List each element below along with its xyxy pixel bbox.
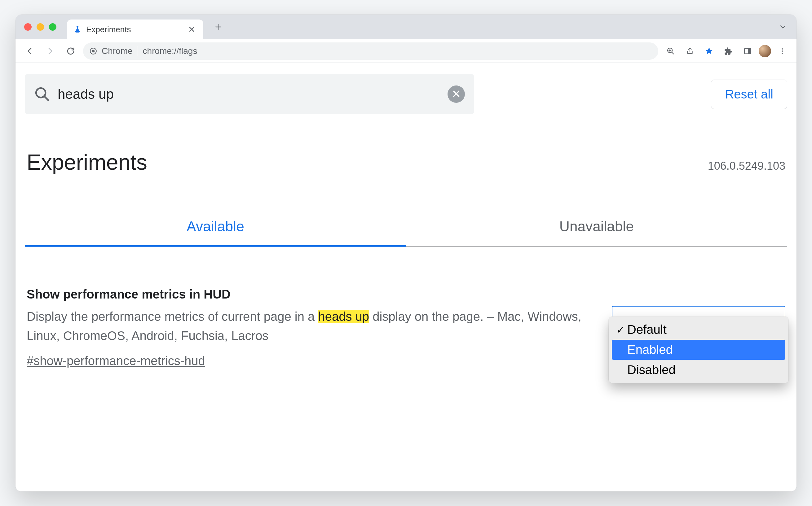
flask-icon	[73, 25, 82, 34]
tab-strip: Experiments ✕	[15, 14, 797, 39]
option-disabled[interactable]: Disabled	[612, 360, 785, 380]
tab-unavailable[interactable]: Unavailable	[406, 218, 787, 247]
toolbar: Chrome chrome://flags	[15, 39, 797, 63]
site-info-icon[interactable]	[89, 47, 97, 55]
flag-desc-highlight: heads up	[318, 310, 369, 323]
fullscreen-window-button[interactable]	[49, 23, 56, 31]
forward-button[interactable]	[42, 43, 58, 59]
search-row: ✕ Reset all	[25, 72, 787, 122]
browser-window: Experiments ✕ Chrome chrome://flags	[15, 14, 797, 492]
tabs-row: Available Unavailable	[25, 218, 787, 247]
search-icon	[34, 86, 50, 102]
option-enabled[interactable]: Enabled	[612, 340, 785, 360]
flag-description: Display the performance metrics of curre…	[27, 307, 599, 345]
svg-point-6	[782, 51, 783, 52]
flag-anchor-link[interactable]: #show-performance-metrics-hud	[27, 354, 205, 368]
extensions-icon[interactable]	[720, 43, 736, 59]
omnibox-url: chrome://flags	[143, 46, 198, 56]
svg-point-7	[782, 53, 783, 54]
new-tab-button[interactable]	[211, 19, 226, 34]
tab-available[interactable]: Available	[25, 218, 406, 247]
omnibox[interactable]: Chrome chrome://flags	[83, 43, 658, 60]
page-content: ✕ Reset all Experiments 106.0.5249.103 A…	[15, 63, 797, 492]
clear-search-icon[interactable]: ✕	[448, 85, 465, 103]
tab-title: Experiments	[86, 25, 182, 34]
kebab-menu-icon[interactable]	[774, 43, 790, 59]
back-button[interactable]	[22, 43, 38, 59]
minimize-window-button[interactable]	[36, 23, 44, 31]
toolbar-actions	[663, 43, 790, 59]
chrome-version: 106.0.5249.103	[708, 160, 785, 172]
option-default[interactable]: Default	[612, 320, 785, 340]
flag-desc-before: Display the performance metrics of curre…	[27, 310, 318, 323]
flags-searchbox[interactable]: ✕	[25, 74, 474, 114]
zoom-icon[interactable]	[663, 43, 679, 59]
header-row: Experiments 106.0.5249.103	[25, 150, 787, 175]
reload-button[interactable]	[63, 43, 79, 59]
share-icon[interactable]	[682, 43, 698, 59]
flag-item: Show performance metrics in HUD Display …	[25, 287, 787, 368]
page-title: Experiments	[27, 150, 147, 175]
close-tab-icon[interactable]: ✕	[186, 24, 197, 35]
svg-rect-4	[748, 48, 751, 54]
reset-all-button[interactable]: Reset all	[711, 80, 787, 109]
omnibox-chip: Chrome	[102, 46, 137, 56]
search-input[interactable]	[58, 86, 440, 102]
window-controls	[22, 23, 56, 31]
browser-tab[interactable]: Experiments ✕	[67, 19, 203, 39]
bookmark-star-icon[interactable]	[701, 43, 717, 59]
svg-point-5	[782, 48, 783, 50]
svg-point-1	[92, 50, 95, 52]
flag-title: Show performance metrics in HUD	[27, 287, 599, 301]
sidepanel-icon[interactable]	[739, 43, 756, 59]
flag-dropdown: Default Enabled Disabled	[609, 317, 789, 383]
close-window-button[interactable]	[24, 23, 31, 31]
tab-list-dropdown[interactable]	[776, 19, 790, 34]
flag-text: Show performance metrics in HUD Display …	[27, 287, 599, 368]
avatar[interactable]	[759, 45, 771, 57]
